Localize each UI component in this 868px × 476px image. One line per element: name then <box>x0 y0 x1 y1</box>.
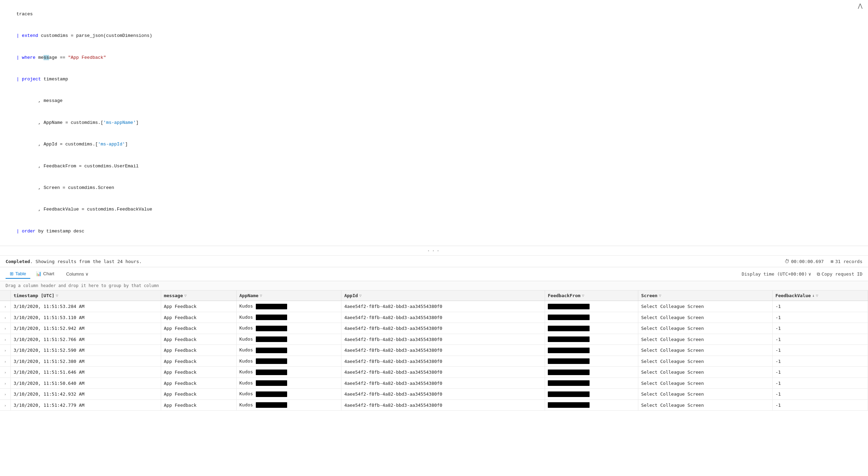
filter-icon-appid[interactable]: ▽ <box>359 293 362 298</box>
cell-feedbackvalue: -1 <box>772 367 868 378</box>
table-row: ›3/10/2020, 11:51:50.640 AMApp FeedbackK… <box>0 378 868 389</box>
cell-feedbackfrom <box>545 399 638 411</box>
cell-appname: Kudos <box>236 356 341 367</box>
clock-icon <box>784 259 789 264</box>
redacted-appname <box>256 315 287 320</box>
cell-appname: Kudos <box>236 301 341 312</box>
tab-chart[interactable]: 📊 Chart <box>32 269 58 279</box>
filter-icon-message[interactable]: ▽ <box>184 293 187 298</box>
cell-message: App Feedback <box>161 345 236 356</box>
col-message[interactable]: message ▽ <box>161 291 236 301</box>
status-message: Completed. Showing results from the last… <box>6 259 142 264</box>
cell-appname: Kudos <box>236 389 341 400</box>
cell-feedbackvalue: -1 <box>772 312 868 323</box>
expand-row-button[interactable]: › <box>3 359 8 364</box>
table-row: ›3/10/2020, 11:51:52.380 AMApp FeedbackK… <box>0 356 868 367</box>
redacted-appname <box>256 380 287 386</box>
table-row: ›3/10/2020, 11:51:52.590 AMApp FeedbackK… <box>0 345 868 356</box>
col-screen[interactable]: Screen ▽ <box>638 291 773 301</box>
col-appid[interactable]: AppId ▽ <box>341 291 545 301</box>
cell-message: App Feedback <box>161 334 236 345</box>
tab-chart-label: Chart <box>43 271 54 276</box>
expand-row-button[interactable]: › <box>3 392 8 397</box>
collapse-button[interactable]: ⋀ <box>856 3 864 10</box>
cell-screen: Select Colleague Screen <box>638 356 773 367</box>
col-timestamp[interactable]: timestamp [UTC] ▽ <box>11 291 161 301</box>
redacted-appname <box>256 402 287 408</box>
col-appname[interactable]: AppName ▽ <box>236 291 341 301</box>
table-row: ›3/10/2020, 11:51:52.942 AMApp FeedbackK… <box>0 323 868 334</box>
redacted-feedbackfrom <box>548 315 590 320</box>
cell-feedbackvalue: -1 <box>772 301 868 312</box>
cell-screen: Select Colleague Screen <box>638 389 773 400</box>
redacted-appname <box>256 370 287 375</box>
copy-request-id-button[interactable]: ⧉ Copy request ID <box>817 271 862 277</box>
filter-icon-feedbackfrom[interactable]: ▽ <box>582 293 584 298</box>
cell-feedbackfrom <box>545 367 638 378</box>
cell-feedbackfrom <box>545 301 638 312</box>
filter-icon-timestamp[interactable]: ▽ <box>56 293 58 298</box>
cell-appname: Kudos <box>236 312 341 323</box>
expand-row-button[interactable]: › <box>3 337 8 342</box>
cell-feedbackvalue: -1 <box>772 378 868 389</box>
execution-time: 00:00:00.697 <box>784 259 824 264</box>
expand-row-button[interactable]: › <box>3 403 8 408</box>
cell-appid: 4aee54f2-f8fb-4a82-bbd3-aa34554380f0 <box>341 334 545 345</box>
chevron-down-icon: ∨ <box>85 271 89 277</box>
sort-icon-feedbackvalue[interactable]: ↓ <box>812 293 815 298</box>
cell-feedbackfrom <box>545 312 638 323</box>
expand-row-button[interactable]: › <box>3 315 8 320</box>
expand-row-button[interactable]: › <box>3 381 8 386</box>
col-feedbackvalue[interactable]: FeedbackValue ↓ ▽ <box>772 291 868 301</box>
expand-row-button[interactable]: › <box>3 348 8 353</box>
cell-appid: 4aee54f2-f8fb-4a82-bbd3-aa34554380f0 <box>341 345 545 356</box>
cell-feedbackvalue: -1 <box>772 334 868 345</box>
cell-appname: Kudos <box>236 399 341 411</box>
columns-button[interactable]: Columns ∨ <box>63 270 92 278</box>
table-row: ›3/10/2020, 11:51:53.110 AMApp FeedbackK… <box>0 312 868 323</box>
redacted-appname <box>256 326 287 331</box>
redacted-feedbackfrom <box>548 336 590 342</box>
cell-feedbackvalue: -1 <box>772 345 868 356</box>
results-table-container[interactable]: timestamp [UTC] ▽ message ▽ AppName ▽ <box>0 291 868 476</box>
cell-screen: Select Colleague Screen <box>638 323 773 334</box>
table-row: ›3/10/2020, 11:51:52.766 AMApp FeedbackK… <box>0 334 868 345</box>
display-time-selector[interactable]: Display time (UTC+00:00) ∨ <box>742 271 811 277</box>
cell-message: App Feedback <box>161 312 236 323</box>
expand-row-button[interactable]: › <box>3 326 8 331</box>
redacted-feedbackfrom <box>548 348 590 353</box>
cell-screen: Select Colleague Screen <box>638 378 773 389</box>
cell-timestamp: 3/10/2020, 11:51:52.766 AM <box>11 334 161 345</box>
cell-appid: 4aee54f2-f8fb-4a82-bbd3-aa34554380f0 <box>341 356 545 367</box>
cell-message: App Feedback <box>161 356 236 367</box>
redacted-feedbackfrom <box>548 304 590 309</box>
cell-appname: Kudos <box>236 378 341 389</box>
expand-row-button[interactable]: › <box>3 304 8 309</box>
cell-message: App Feedback <box>161 301 236 312</box>
cell-appname: Kudos <box>236 323 341 334</box>
table-row: ›3/10/2020, 11:51:42.932 AMApp FeedbackK… <box>0 389 868 400</box>
filter-icon-appname[interactable]: ▽ <box>260 293 262 298</box>
col-feedbackfrom[interactable]: FeedbackFrom ▽ <box>545 291 638 301</box>
expand-row-button[interactable]: › <box>3 370 8 375</box>
code-line-5: , message <box>6 90 862 112</box>
table-row: ›3/10/2020, 11:51:42.779 AMApp FeedbackK… <box>0 399 868 411</box>
copy-request-label: Copy request ID <box>822 271 862 277</box>
cell-appid: 4aee54f2-f8fb-4a82-bbd3-aa34554380f0 <box>341 389 545 400</box>
cell-timestamp: 3/10/2020, 11:51:52.590 AM <box>11 345 161 356</box>
filter-icon-feedbackvalue[interactable]: ▽ <box>816 293 818 298</box>
filter-icon-screen[interactable]: ▽ <box>659 293 661 298</box>
drag-group-hint: Drag a column header and drop it here to… <box>0 281 868 291</box>
divider: ··· <box>0 246 868 256</box>
code-editor[interactable]: traces | extend customdims = parse_json(… <box>0 0 868 246</box>
cell-appid: 4aee54f2-f8fb-4a82-bbd3-aa34554380f0 <box>341 378 545 389</box>
cell-appname: Kudos <box>236 345 341 356</box>
redacted-appname <box>256 358 287 364</box>
records-value: 31 records <box>835 259 862 264</box>
cell-appname: Kudos <box>236 334 341 345</box>
record-count: 31 records <box>831 259 862 264</box>
tab-table[interactable]: Table <box>6 269 30 279</box>
cell-feedbackfrom <box>545 345 638 356</box>
cell-feedbackvalue: -1 <box>772 399 868 411</box>
cell-feedbackfrom <box>545 356 638 367</box>
